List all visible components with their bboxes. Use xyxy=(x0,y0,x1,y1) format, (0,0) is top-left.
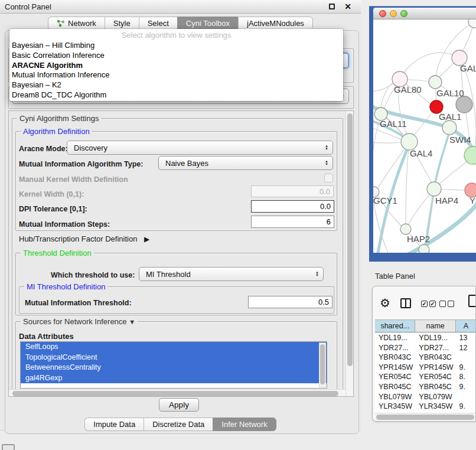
close-traffic-light[interactable] xyxy=(379,10,386,17)
network-graph[interactable]: GALGAL80GAL10GAL1SWI4GAL11GAL4GCY1HAP4YH… xyxy=(373,19,476,253)
checked-box-icon[interactable]: ✓ xyxy=(421,301,428,307)
attribute-list-item[interactable]: BetweennessCentrality xyxy=(21,363,327,373)
network-node-hap2[interactable] xyxy=(400,224,411,234)
attributes-list-scrollbar[interactable] xyxy=(319,343,326,387)
settings-vertical-scrollbar[interactable] xyxy=(345,111,354,397)
network-node-label: GAL80 xyxy=(394,84,422,94)
tab-network[interactable]: Network xyxy=(48,17,105,30)
tab-cyni-toolbox[interactable]: Cyni Toolbox xyxy=(177,17,238,30)
kernel-width-field[interactable]: 0.0 xyxy=(251,185,334,197)
hub-definition-expander[interactable]: Hub/Transcription Factor Definition ▶ xyxy=(19,234,149,243)
network-node-swi4[interactable] xyxy=(442,120,457,135)
hub-definition-label: Hub/Transcription Factor Definition xyxy=(19,234,137,243)
dpi-tolerance-label: DPI Tolerance [0,1]: xyxy=(19,205,87,213)
attribute-list-item[interactable]: gal4RGexp xyxy=(21,373,327,384)
table-row[interactable]: YBR045CYBR045C9. xyxy=(375,382,476,392)
algorithm-option[interactable]: Bayesian – Hill Climbing xyxy=(9,41,343,51)
unchecked-box-icon[interactable] xyxy=(439,301,446,307)
column-header-2[interactable]: name xyxy=(415,320,455,332)
which-threshold-combobox[interactable]: MI Threshold ▲▼ xyxy=(139,267,324,281)
table-cell: YDL19... xyxy=(415,333,455,343)
table-header: shared...nameA xyxy=(375,319,476,332)
algorithm-option[interactable]: Bayesian – K2 xyxy=(9,80,343,90)
network-node-gal4[interactable] xyxy=(401,133,418,150)
tab-jactivemnodules[interactable]: jActiveMNodules xyxy=(238,17,313,30)
table-horizontal-scrollbar[interactable] xyxy=(375,413,476,420)
network-view-window[interactable]: GALGAL80GAL10GAL1SWI4GAL11GAL4GCY1HAP4YH… xyxy=(369,6,476,262)
table-row[interactable]: YBL079WYBL079W xyxy=(375,392,476,402)
network-node[interactable] xyxy=(456,96,472,113)
network-node[interactable] xyxy=(468,19,476,28)
bottom-tab-discretize-data[interactable]: Discretize Data xyxy=(144,418,213,431)
table-row[interactable]: YPR145WYPR145W9. xyxy=(375,363,476,373)
column-header-3[interactable]: A xyxy=(456,320,476,332)
table-hscrollbar-thumb[interactable] xyxy=(376,415,474,420)
table-row[interactable]: YDL19...YDL19...13 xyxy=(375,333,476,343)
export-table-icon[interactable] xyxy=(468,295,476,307)
table-cell xyxy=(456,392,476,402)
sources-title-wrap[interactable]: Sources for Network Inference ▼ xyxy=(21,317,138,326)
mi-steps-field[interactable]: 6 xyxy=(251,216,334,228)
network-edge[interactable] xyxy=(377,142,409,190)
network-edge[interactable] xyxy=(373,79,400,253)
network-node-label: HAP2 xyxy=(407,234,430,244)
algorithm-option[interactable]: Basic Correlation Inference xyxy=(9,51,343,61)
algorithm-option[interactable]: Mutual Information Inference xyxy=(9,70,343,80)
network-node[interactable] xyxy=(464,146,476,164)
tab-label: Discretize Data xyxy=(152,420,204,429)
manual-kernel-checkbox[interactable] xyxy=(324,174,333,182)
settings-vscrollbar-thumb[interactable] xyxy=(347,113,353,366)
mi-threshold-field[interactable]: 0.5 xyxy=(248,296,332,308)
attributes-scrollbar-thumb[interactable] xyxy=(320,344,325,384)
table-panel-window: ⚙ ✓ ✓ shared...nameA YDL19...YDL19...13Y… xyxy=(372,286,476,422)
algorithm-option[interactable]: Dream8 DC_TDC Algorithm xyxy=(9,90,343,100)
threshold-definition-title: Threshold Definition xyxy=(21,249,94,257)
aracne-mode-combobox[interactable]: Discovery ▲▼ xyxy=(67,141,333,155)
table-row[interactable]: YDR27...YDR27...12 xyxy=(375,343,476,353)
tab-select[interactable]: Select xyxy=(139,17,177,30)
table-cell: 9. xyxy=(456,363,476,373)
network-edge[interactable] xyxy=(373,142,402,143)
close-icon[interactable]: ✕ xyxy=(344,2,351,11)
attribute-list-item[interactable]: SelfLoops xyxy=(21,342,327,353)
table-row[interactable]: YLR345WYLR345W9. xyxy=(375,402,476,412)
zoom-traffic-light[interactable] xyxy=(400,10,407,17)
network-node-label: GAL4 xyxy=(410,148,432,158)
unchecked-box-icon[interactable] xyxy=(448,301,454,307)
minimize-traffic-light[interactable] xyxy=(390,10,397,17)
table-cell: YLR345W xyxy=(415,402,455,412)
network-edge[interactable] xyxy=(406,203,476,253)
settings-horizontal-scrollbar[interactable] xyxy=(9,389,345,397)
network-node[interactable] xyxy=(419,244,429,253)
minimized-panel-icon[interactable] xyxy=(2,444,15,450)
bottom-tab-infer-network[interactable]: Infer Network xyxy=(213,418,276,431)
checked-box-icon[interactable]: ✓ xyxy=(429,301,436,307)
algorithm-option[interactable]: ARACNE Algorithm xyxy=(9,61,343,71)
network-node-hap4[interactable] xyxy=(427,182,441,196)
dpi-tolerance-field[interactable]: 0.0 xyxy=(251,200,334,213)
data-attributes-list[interactable]: SelfLoopsTopologicalCoefficientBetweenne… xyxy=(20,341,327,389)
table-cell: YBR043C xyxy=(375,353,415,363)
float-window-icon[interactable] xyxy=(329,4,335,9)
algorithm-definition-title: Algorithm Definition xyxy=(21,127,92,136)
column-header-1[interactable]: shared... xyxy=(375,320,415,332)
tab-style[interactable]: Style xyxy=(105,17,139,30)
attribute-list-item[interactable]: TopologicalCoefficient xyxy=(21,353,327,363)
settings-hscrollbar-thumb[interactable] xyxy=(12,391,338,396)
table-row[interactable]: YBR043CYBR043C xyxy=(375,353,476,363)
gear-icon[interactable]: ⚙ xyxy=(380,297,390,309)
mi-type-combobox[interactable]: Naive Bayes ▲▼ xyxy=(158,156,333,170)
network-canvas[interactable]: GALGAL80GAL10GAL1SWI4GAL11GAL4GCY1HAP4YH… xyxy=(373,19,476,253)
network-node-label: GCY1 xyxy=(373,195,397,206)
column-pane-icon[interactable] xyxy=(400,298,411,308)
control-panel-tabs: NetworkStyleSelectCyni ToolboxjActiveMNo… xyxy=(0,17,361,30)
network-node-gal10[interactable] xyxy=(429,76,442,89)
table-cell xyxy=(456,353,476,363)
table-row[interactable]: YER054CYER054C8. xyxy=(375,372,476,382)
control-panel-titlebar[interactable]: Control Panel ✕ xyxy=(0,0,361,14)
apply-button[interactable]: Apply xyxy=(159,398,199,412)
manual-kernel-label: Manual Kernel Width Definition xyxy=(19,175,128,184)
network-window-titlebar[interactable] xyxy=(373,8,476,19)
network-node-label: GAL10 xyxy=(436,88,464,98)
bottom-tab-impute-data[interactable]: Impute Data xyxy=(84,418,144,431)
